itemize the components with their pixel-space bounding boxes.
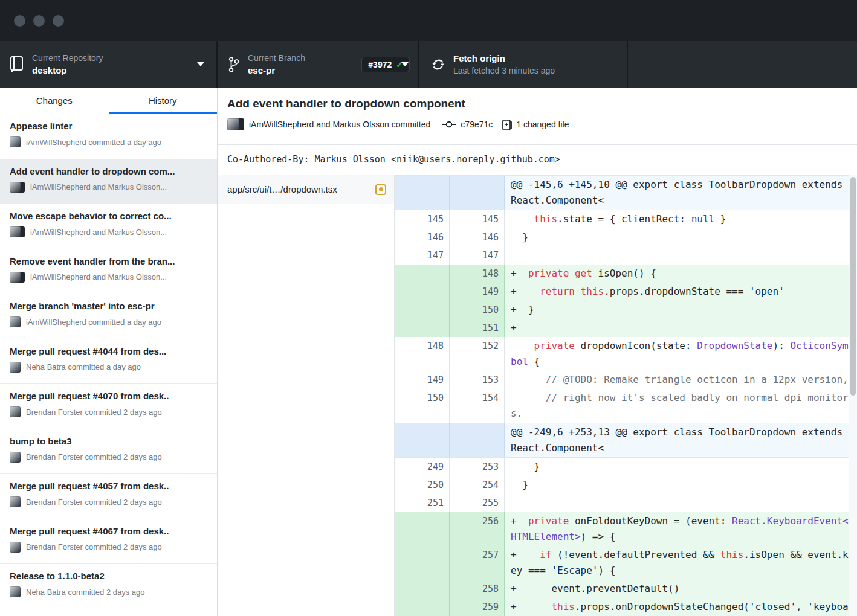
commit-row-title: Merge pull request #4070 from desk.. <box>10 389 207 402</box>
diff-new-line-number <box>450 176 505 210</box>
tab-history[interactable]: History <box>109 88 218 114</box>
commit-row[interactable]: Remove event handler from the bran...iAm… <box>0 249 217 295</box>
diff-row: 147147 <box>395 246 857 265</box>
chevron-down-icon <box>197 62 204 66</box>
commit-row-title: Remove event handler from the bran... <box>10 254 207 268</box>
sidebar: Changes History Appease linteriAmWillShe… <box>0 88 218 616</box>
fetch-origin-button[interactable]: Fetch origin Last fetched 3 minutes ago <box>419 41 628 88</box>
diff-old-line-number: 145 <box>395 210 450 228</box>
diff-old-line-number: 249 <box>395 458 450 476</box>
commit-row-title: Add event handler to dropdown com... <box>10 164 207 178</box>
current-branch-button[interactable]: Current Branch esc-pr #3972 ✓ <box>218 41 419 88</box>
diff-new-line-number: 255 <box>450 494 505 512</box>
commit-row[interactable]: Add event handler to dropdown com...iAmW… <box>0 159 217 205</box>
diff-old-line-number <box>395 319 450 337</box>
commit-row[interactable]: Merge pull request #4067 from desk..Bren… <box>0 519 217 565</box>
commit-row[interactable]: bump to beta3Brendan Forster committed 2… <box>0 429 217 475</box>
diff-new-line-number: 257 <box>450 546 505 580</box>
commit-row-meta: Neha Batra committed a day ago <box>10 362 207 373</box>
commit-row[interactable]: Merge branch 'master' into esc-priAmWill… <box>0 294 217 339</box>
diff-row: 249253 } <box>395 458 857 476</box>
commit-row[interactable]: Release to 1.1.0-beta2Neha Batra committ… <box>0 564 217 609</box>
current-repository-button[interactable]: Current Repository desktop <box>0 41 218 88</box>
diff-new-line-number: 151 <box>450 319 505 337</box>
commit-row-meta-text: iAmWillShepherd committed a day ago <box>26 138 161 147</box>
commit-row[interactable]: Merge pull request #4070 from desk..Bren… <box>0 384 217 429</box>
close-window-button[interactable] <box>14 15 25 27</box>
commit-row-meta-text: Brendan Forster committed 2 days ago <box>26 542 162 551</box>
diff-old-line-number <box>395 265 450 283</box>
diff-old-line-number: 146 <box>395 228 450 246</box>
diff-new-line-number: 149 <box>450 283 505 301</box>
commit-row-meta: Neha Batra committed 2 days ago <box>10 586 207 597</box>
commit-sha[interactable]: c79e71c <box>461 120 493 129</box>
sidebar-tabs: Changes History <box>0 88 217 114</box>
avatar <box>10 542 21 553</box>
commit-row-title: Appease linter <box>10 119 207 132</box>
commit-row[interactable]: Merge pull request #4071 from d... <box>0 609 217 616</box>
commit-row[interactable]: Merge pull request #4057 from desk..Bren… <box>0 474 217 519</box>
commit-row-meta: iAmWillShepherd committed a day ago <box>10 316 207 327</box>
commit-row-title: Merge pull request #4067 from desk.. <box>10 524 207 537</box>
avatar-image <box>10 586 21 597</box>
avatar-image <box>10 452 21 463</box>
diff-code-line: + this.props.onDropdownStateChanged('clo… <box>505 598 857 616</box>
commit-row[interactable]: Appease linteriAmWillShepherd committed … <box>0 114 217 159</box>
chevron-down-icon <box>401 62 409 66</box>
scrollbar-track[interactable] <box>849 175 857 616</box>
diff-row: 145145 this.state = { clientRect: null } <box>395 210 857 228</box>
diff-code-line: } <box>505 476 857 494</box>
git-branch-icon <box>228 56 239 73</box>
scrollbar-thumb[interactable] <box>850 177 856 396</box>
toolbar: Current Repository desktop Current Branc… <box>0 41 857 88</box>
commit-row[interactable]: Merge pull request #4044 from des...Neha… <box>0 339 217 385</box>
commit-row-meta-text: Neha Batra committed 2 days ago <box>26 588 145 597</box>
avatar-image <box>10 542 21 553</box>
commit-row-meta-text: Brendan Forster committed 2 days ago <box>26 498 162 507</box>
diff-row: 150154 // right now it's scaled badly on… <box>395 389 857 423</box>
minimize-window-button[interactable] <box>33 15 45 27</box>
diff-row: 149153 // @TODO: Remake triangle octicon… <box>395 371 857 389</box>
commit-row-title: Merge pull request #4071 from d... <box>10 614 207 616</box>
modified-file-icon <box>375 184 386 195</box>
sync-icon <box>432 57 445 72</box>
commit-row[interactable]: Move escape behavior to correct co...iAm… <box>0 204 217 249</box>
avatar-image <box>10 272 21 283</box>
diff-new-line-number: 154 <box>450 389 505 423</box>
diff-row: 251255 <box>395 494 857 512</box>
diff-new-line-number: 152 <box>450 337 505 371</box>
diff-old-line-number <box>395 546 450 580</box>
diff-code-line: @@ -145,6 +145,10 @@ export class Toolba… <box>505 176 857 210</box>
diff-old-line-number: 148 <box>395 337 450 371</box>
diff-code-line <box>505 494 857 512</box>
commit-list: Appease linteriAmWillShepherd committed … <box>0 114 217 616</box>
diff-old-line-number: 149 <box>395 371 450 389</box>
file-row[interactable]: app/src/ui/t…/dropdown.tsx <box>218 175 394 204</box>
tab-changes[interactable]: Changes <box>0 88 109 114</box>
diff-code-line: + event.preventDefault() <box>505 580 857 598</box>
avatar-image <box>10 316 21 327</box>
diff-new-line-number: 256 <box>450 512 505 546</box>
diff-row: 256+ private onFoldoutKeyDown = (event: … <box>395 512 857 546</box>
avatar <box>10 496 21 507</box>
commit-row-meta: iAmWillShepherd and Markus Olsson... <box>10 272 207 283</box>
diff-row: 151+ <box>395 319 857 337</box>
commit-row-meta-text: iAmWillShepherd and Markus Olsson... <box>30 228 167 237</box>
diff-row: 148152 private dropdownIcon(state: Dropd… <box>395 337 857 371</box>
zoom-window-button[interactable] <box>53 15 64 27</box>
diff-row: 150+ } <box>395 301 857 319</box>
commit-row-title: Release to 1.1.0-beta2 <box>10 569 207 582</box>
current-branch-value: esc-pr <box>248 65 305 76</box>
diff-new-line-number: 254 <box>450 476 505 494</box>
diff-code-line: + } <box>505 301 857 319</box>
commit-row-meta-text: Brendan Forster committed 2 days ago <box>26 408 162 417</box>
changed-file-icon <box>502 119 512 130</box>
diff-new-line-number: 150 <box>450 301 505 319</box>
diff-new-line-number: 259 <box>450 598 505 616</box>
commit-row-meta: Brendan Forster committed 2 days ago <box>10 542 207 553</box>
diff-row: 259+ this.props.onDropdownStateChanged('… <box>395 598 857 616</box>
commit-row-meta: Brendan Forster committed 2 days ago <box>10 406 207 417</box>
commit-row-title: Merge pull request #4044 from des... <box>10 344 207 358</box>
current-repository-value: desktop <box>32 65 103 76</box>
diff-new-line-number <box>450 423 505 457</box>
